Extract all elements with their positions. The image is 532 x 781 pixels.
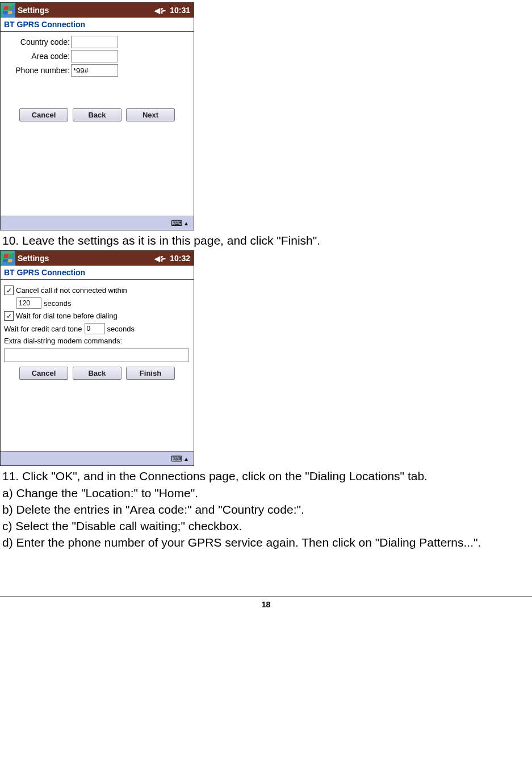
section-title: BT GPRS Connection	[1, 266, 194, 280]
page-number: 18	[0, 596, 532, 609]
clock[interactable]: 10:32	[170, 254, 190, 263]
menu-up-icon[interactable]: ▲	[183, 456, 189, 462]
cancel-button[interactable]: Cancel	[19, 367, 68, 380]
cancel-call-checkbox[interactable]: ✓	[4, 285, 14, 295]
clock[interactable]: 10:31	[170, 6, 190, 15]
step-11c: c) Select the "Disable call waiting;" ch…	[2, 518, 530, 534]
extra-commands-input[interactable]	[4, 348, 189, 362]
screenshot-2: Settings ◀⊱ 10:32 BT GPRS Connection ✓ C…	[0, 250, 194, 466]
credit-seconds-input[interactable]	[85, 323, 105, 334]
wait-dial-checkbox[interactable]: ✓	[4, 311, 14, 321]
volume-icon[interactable]: ◀⊱	[154, 254, 166, 263]
step-11a: a) Change the "Location:" to "Home".	[2, 485, 530, 501]
section-title: BT GPRS Connection	[1, 18, 194, 32]
step-11: 11. Click "OK", and in the Connections p…	[2, 468, 530, 484]
extra-commands-label: Extra dial-string modem commands:	[4, 337, 122, 345]
seconds-input[interactable]	[16, 297, 41, 309]
cancel-call-label: Cancel call if not connected within	[16, 286, 127, 295]
phone-number-label: Phone number:	[3, 66, 71, 75]
keyboard-icon[interactable]: ⌨	[171, 454, 182, 463]
title-bar: Settings ◀⊱ 10:32	[1, 251, 194, 266]
screenshot-1: Settings ◀⊱ 10:31 BT GPRS Connection Cou…	[0, 2, 194, 230]
form-body: Country code: Area code: Phone number: C…	[1, 32, 194, 161]
step-10: 10. Leave the settings as it is in this …	[2, 233, 530, 248]
bottom-bar: ⌨ ▲	[1, 216, 194, 230]
finish-button[interactable]: Finish	[126, 367, 175, 380]
credit-seconds-label: seconds	[107, 325, 135, 333]
start-icon[interactable]	[1, 251, 15, 266]
app-title: Settings	[18, 254, 154, 263]
back-button[interactable]: Back	[73, 108, 122, 121]
app-title: Settings	[18, 6, 154, 15]
title-bar: Settings ◀⊱ 10:31	[1, 3, 194, 18]
country-code-label: Country code:	[3, 37, 71, 47]
step-11d: d) Enter the phone number of your GPRS s…	[2, 535, 530, 550]
wait-dial-label: Wait for dial tone before dialing	[16, 312, 118, 320]
volume-icon[interactable]: ◀⊱	[154, 6, 166, 15]
area-code-input[interactable]	[71, 50, 118, 62]
menu-up-icon[interactable]: ▲	[183, 220, 189, 226]
cancel-button[interactable]: Cancel	[19, 108, 68, 121]
form-body: ✓ Cancel call if not connected within se…	[1, 280, 194, 412]
country-code-input[interactable]	[71, 36, 118, 48]
seconds-label: seconds	[44, 299, 71, 308]
step-11b: b) Delete the entries in "Area code:" an…	[2, 502, 530, 517]
bottom-bar: ⌨ ▲	[1, 451, 194, 465]
keyboard-icon[interactable]: ⌨	[171, 219, 182, 228]
back-button[interactable]: Back	[73, 367, 122, 380]
area-code-label: Area code:	[3, 52, 71, 61]
next-button[interactable]: Next	[126, 108, 175, 121]
phone-number-input[interactable]	[71, 64, 118, 77]
start-icon[interactable]	[1, 3, 15, 18]
wait-credit-label: Wait for credit card tone	[4, 325, 82, 333]
